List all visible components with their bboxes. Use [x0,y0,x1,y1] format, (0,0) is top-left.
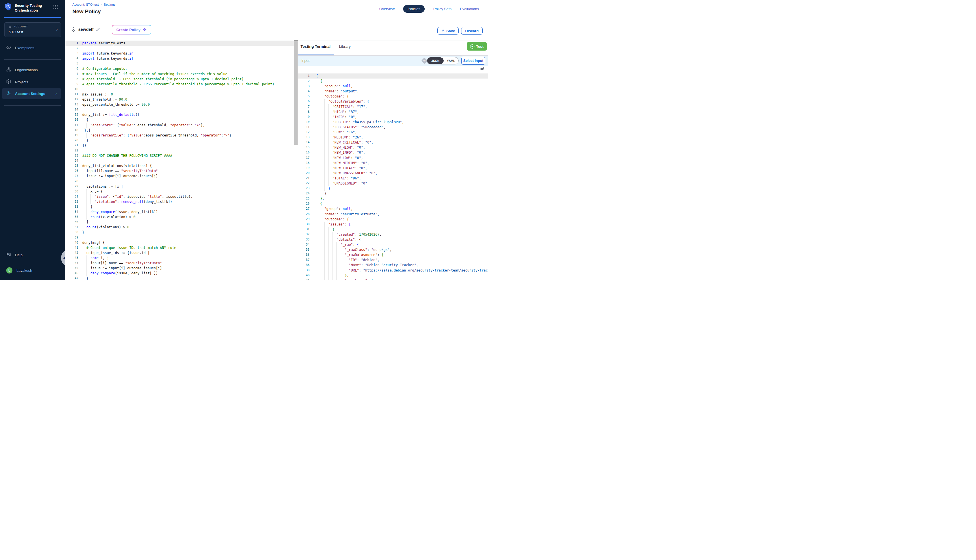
test-button[interactable]: ▶ Test [467,42,487,50]
account-scope-label: ACCOUNT [13,25,28,28]
code-line: 10 [65,87,294,92]
code-line: 28 "name": "securityTestData", [298,212,488,217]
format-option-yaml[interactable]: YAML [444,57,458,64]
create-policy-label: Create Policy [117,28,141,32]
account-name: STO test [9,30,23,34]
code-line: 5 [65,61,294,66]
select-input-button[interactable]: Select Input [461,57,485,65]
tab-policies[interactable]: Policies [403,5,425,13]
save-button[interactable]: Save [437,27,459,35]
code-line: 10 "JOB_ID": "hAJS5-p4-GfrcCk9p3l3PR", [298,120,488,125]
sidebar-item-help[interactable]: ? Help [0,249,65,260]
code-line: 14 [65,107,294,112]
code-line: 22 [65,148,294,153]
tab-overview[interactable]: Overview [379,7,394,11]
code-line: 5 "outcome": { [298,94,488,99]
code-line: 20 } [65,138,294,143]
code-line: 13 "MEDIUM": "26", [298,135,488,140]
code-line: 7 "CRITICAL": "17", [298,104,488,109]
discard-button[interactable]: Discard [461,27,483,35]
code-line: 2 [65,46,294,51]
code-line: 16 { [65,117,294,122]
breadcrumb-account-link[interactable]: Account: STO test [72,3,99,6]
code-line: 28 [65,179,294,184]
code-line: 42 unique_issue_ids := {issue.id | [65,250,294,255]
editor-scrollbar[interactable] [294,40,298,145]
code-line: 3import future.keywords.in [65,51,294,56]
code-line: 41 # Count unique issue IDs that match A… [65,245,294,250]
code-line: 23#### DO NOT CHANGE THE FOLLOWING SCRIP… [65,153,294,158]
code-line: 34 deny_compare(issue, deny_list[k]) [65,209,294,215]
tab-library[interactable]: Library [339,44,351,48]
code-line: 17 "NEW_LOW": "0", [298,155,488,160]
code-line: 2 { [298,78,488,83]
sidebar-user[interactable]: L Lavakush [0,265,65,276]
code-line: 1package securityTests [65,41,294,46]
svg-text:?: ? [8,253,9,255]
code-line: 26 { [298,201,488,206]
sidebar-item-organizations[interactable]: Organizations [0,64,65,75]
code-line: 23 } [298,186,488,191]
policy-tabs: Overview Policies Policy Sets Evaluation… [379,5,479,13]
sidebar-item-exemptions[interactable]: Exemptions [0,42,65,53]
code-line: 9# epss_percentile_threshold - EPSS Perc… [65,82,294,87]
toolbar-divider [65,40,488,40]
breadcrumb-separator: › [101,3,102,6]
code-line: 30 x := { [65,189,294,194]
code-line: 24 [65,158,294,163]
chevron-right-icon: › [55,91,57,96]
code-line: 37 count(violations) > 0 [65,225,294,230]
code-line: 35 "_rawClass": "os-pkgs", [298,247,488,252]
breadcrumb: Account: STO test › Settings [72,3,115,6]
format-toggle[interactable]: JSON YAML [427,57,459,64]
policy-name: sewdeff [78,27,94,32]
code-line: 15 "NEW_HIGH": "0", [298,145,488,150]
sidebar-item-account-settings[interactable]: Account Settings › [2,88,61,99]
tab-testing-terminal[interactable]: Testing Terminal [301,44,331,48]
policy-code-editor[interactable]: 1package securityTests23import future.ke… [65,41,294,280]
code-line: 29 "outcome": { [298,217,488,222]
chevron-left-icon: ◀ [63,257,65,259]
create-policy-button[interactable]: Create Policy ❖ [112,25,151,35]
module-grid-icon[interactable] [53,5,58,9]
sidebar-item-projects[interactable]: Projects [0,76,65,88]
code-line: 40 }, [298,273,488,278]
test-label: Test [476,44,484,48]
discard-label: Discard [465,29,479,33]
tab-policy-sets[interactable]: Policy Sets [433,7,451,11]
sidebar-item-label: Projects [15,80,28,84]
code-line: 43 some i, j [65,255,294,260]
sidebar: Security Testing Orchestration ACCOUNT S… [0,0,65,280]
code-line: 6# Configurable inputs: [65,66,294,71]
upload-icon [441,28,445,33]
code-line: 21]) [65,143,294,148]
code-line: 46 deny_compare(issue, deny_list[_]) [65,271,294,276]
code-line: 25deny_list_violations[violations] { [65,163,294,168]
account-selector[interactable]: ACCOUNT STO test › [4,22,61,37]
code-line: 7# max_issues - Fail if the number of ma… [65,72,294,77]
code-line: 45 issue := input[i].outcome.issues[j] [65,266,294,271]
code-line: 1[ [298,73,488,78]
code-line: 32 "violation": remove_null(deny_list[k]… [65,199,294,204]
code-line: 11max_issues := 0 [65,92,294,97]
code-line: 12 "LOW": "16", [298,130,488,135]
input-section-header [298,56,488,66]
code-line: 9 "INFO": "0", [298,115,488,120]
code-line: 18 "NEW_MEDIUM": "0", [298,160,488,165]
code-line: 39 "URL": "https://salsa.debian.org/secu… [298,268,488,273]
header-divider [65,19,488,19]
breadcrumb-settings-link[interactable]: Settings [104,3,115,6]
tab-evaluations[interactable]: Evaluations [460,7,479,11]
code-line: 19 "NEW_TOTAL": "0", [298,165,488,171]
code-line: 34 "_raw": { [298,242,488,247]
code-line: 33 "details": { [298,237,488,242]
code-line: 47 } [65,276,294,280]
sidebar-item-label: Organizations [15,68,38,72]
test-input-editor[interactable]: 1[2 {3 "group": null,4 "name": "output",… [298,71,488,280]
code-line: 33 } [65,204,294,209]
edit-pencil-icon[interactable] [95,27,100,33]
code-line: 40deny[msg] { [65,240,294,245]
code-line: 18 },{ [65,128,294,133]
format-option-json[interactable]: JSON [427,57,444,64]
cube-icon [6,79,11,85]
